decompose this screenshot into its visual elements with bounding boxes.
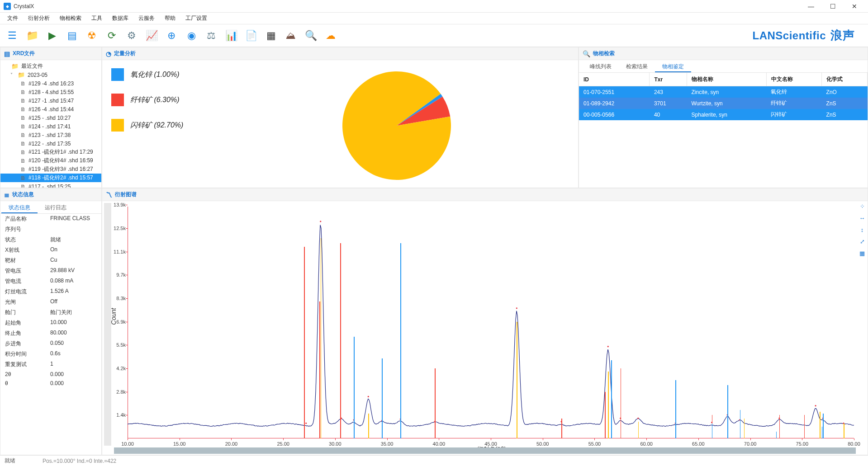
reference-peak [611,360,612,438]
reference-peak [638,422,639,438]
svg-point-8 [516,307,517,309]
menu-icon[interactable]: ☰ [5,28,20,43]
file-icon: 🗎 [20,89,26,95]
cloud-db-icon[interactable]: ☁ [323,28,338,43]
status-row: 2θ0.000 [0,370,101,379]
file-item[interactable]: 🗎#124 - .shd 17:41 [0,122,101,131]
column-header[interactable]: 中文名称 [766,73,821,86]
tool-expand-v-icon[interactable]: ↕ [858,226,867,235]
file-icon: 🗎 [20,132,26,138]
y-tick: 5.5k [109,342,126,348]
y-tick: 11.1k [109,249,126,254]
gear-icon[interactable]: ⚙ [124,28,139,43]
status-row: 靶材Cu [0,255,101,266]
menu-工具[interactable]: 工具 [87,13,107,24]
file-item[interactable]: 🗎#125 - .shd 10:27 [0,113,101,122]
status-position: Pos.=10.000° Ind.=0 Inte.=422 [43,458,116,464]
chart-icon[interactable]: 📈 [144,28,159,43]
file-item[interactable]: 🗎#122 - .shd 17:35 [0,139,101,148]
column-header[interactable]: 物相名称 [687,73,767,86]
file-item[interactable]: 🗎#121 -硫化锌1# .shd 17:29 [0,148,101,156]
status-row: θ0.000 [0,379,101,388]
table-row[interactable]: 01-089-29423701Wurtzite, syn纤锌矿ZnS [579,98,868,109]
status-row: X射线On [0,245,101,255]
menu-物相检索[interactable]: 物相检索 [55,13,86,24]
y-tick: 8.3k [109,296,126,301]
status-row: 光闸Off [0,297,101,307]
diffraction-chart[interactable]: Count 衍射角(2θ) 1.4k2.8k4.2k5.5k6.9k8.3k9.… [128,207,854,438]
tab-峰线列表[interactable]: 峰线列表 [583,60,619,72]
file-item[interactable]: 🗎#123 - .shd 17:38 [0,131,101,139]
tab-运行日志[interactable]: 运行日志 [38,201,74,213]
folder-icon[interactable]: 📁 [24,28,40,43]
target-icon[interactable]: ⊕ [164,28,179,43]
menu-数据库[interactable]: 数据库 [108,13,133,24]
y-tick: 2.8k [109,389,126,395]
document-icon[interactable]: 📄 [243,28,259,43]
search-panel-title: 物相检索 [593,50,615,57]
refresh-icon[interactable]: ⟳ [104,28,119,43]
menu-文件[interactable]: 文件 [3,13,23,24]
reference-peak [779,415,780,438]
list-icon[interactable]: ▤ [64,28,80,43]
folder-icon: 📁 [18,71,25,78]
tab-状态信息[interactable]: 状态信息 [1,201,38,213]
file-list-icon: ▤ [4,50,10,57]
file-item[interactable]: 🗎#117 - .shd 15:25 [0,182,101,188]
reference-peak [820,412,821,438]
maximize-button[interactable]: ☐ [826,3,839,10]
mountain-icon[interactable]: ⛰ [283,28,299,43]
menu-衍射分析[interactable]: 衍射分析 [24,13,54,24]
search-stats-icon[interactable]: 🔍 [303,28,318,43]
reference-peak [321,238,322,438]
file-item[interactable]: 🗎#119 -硫化锌3# .shd 16:27 [0,165,101,174]
file-item[interactable]: 🗎#128 - 4.shd 15:55 [0,88,101,96]
menu-帮助[interactable]: 帮助 [160,13,180,24]
x-tick: 30.00 [329,441,342,447]
quantitative-panel: ◔定量分析 氧化锌 (1.00%)纤锌矿 (6.30%)闪锌矿 (92.70%) [102,47,579,188]
play-icon[interactable]: ▶ [44,28,60,43]
column-header[interactable]: ID [579,73,650,86]
y-tick: 12.5k [109,226,126,231]
table-row[interactable]: 01-070-2551243Zincite, syn氧化锌ZnO [579,86,868,98]
tool-expand-h-icon[interactable]: ↔ [858,215,867,224]
tab-物相鉴定[interactable]: 物相鉴定 [655,60,691,72]
tool-grid-icon[interactable]: ▦ [858,250,867,259]
x-tick: 55.00 [588,441,601,447]
file-item[interactable]: 🗎#118 -硫化锌2# .shd 15:57 [0,174,101,182]
column-header[interactable]: 化学式 [822,73,868,86]
file-item[interactable]: 🗎#129 -4 .shd 16:23 [0,79,101,88]
file-item[interactable]: 🗎#120 -硫化锌4# .shd 16:59 [0,156,101,165]
legend-item: 纤锌矿 (6.30%) [111,94,224,106]
menu-工厂设置[interactable]: 工厂设置 [181,13,212,24]
balance-icon[interactable]: ⚖ [204,28,219,43]
menubar: 文件衍射分析物相检索工具数据库云服务帮助工厂设置 [0,13,868,24]
file-item[interactable]: 🗎#126 -4 .shd 15:44 [0,105,101,113]
tree-folder[interactable]: ˅📁2023-05 [0,71,101,79]
file-icon: 🗎 [20,158,26,164]
reference-peak [621,368,621,438]
trend-icon[interactable]: 📊 [223,28,239,43]
tree-root[interactable]: 📁最近文件 [0,62,101,71]
calendar-icon[interactable]: ▦ [263,28,279,43]
file-item[interactable]: 🗎#127 -1 .shd 15:47 [0,96,101,105]
file-tree[interactable]: 📁最近文件˅📁2023-05🗎#129 -4 .shd 16:23🗎#128 -… [0,60,101,188]
quant-panel-title: 定量分析 [114,50,136,57]
close-button[interactable]: ✕ [848,3,861,10]
horizontal-scrollbar[interactable] [114,447,856,454]
fingerprint-icon[interactable]: ◉ [184,28,199,43]
tab-检索结果[interactable]: 检索结果 [619,60,655,72]
app-icon: ◆ [4,3,11,10]
radiation-icon[interactable]: ☢ [84,28,100,43]
tool-dots-icon[interactable]: ⁘ [858,203,867,212]
menu-云服务[interactable]: 云服务 [134,13,159,24]
files-panel: ▤XRD文件 📁最近文件˅📁2023-05🗎#129 -4 .shd 16:23… [0,47,102,188]
column-header[interactable]: Txr [650,73,687,86]
x-tick: 45.00 [484,441,497,447]
status-rows: 产品名称FRINGE CLASS序列号状态就绪X射线On靶材Cu管电压29.88… [0,214,101,455]
spectrum-panel-title: 衍射图谱 [115,191,137,198]
table-row[interactable]: 00-005-056640Sphalerite, syn闪锌矿ZnS [579,109,868,120]
pie-legend: 氧化锌 (1.00%)纤锌矿 (6.30%)闪锌矿 (92.70%) [111,68,224,183]
tool-zoom-icon[interactable]: ⤢ [858,238,867,247]
minimize-button[interactable]: — [805,3,817,10]
